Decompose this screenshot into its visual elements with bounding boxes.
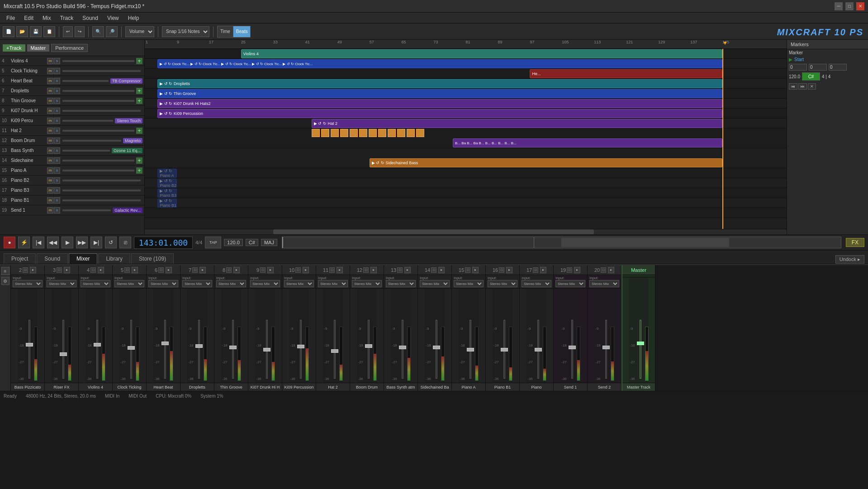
- fader-knob[interactable]: [637, 342, 644, 345]
- mute-button[interactable]: m: [47, 138, 53, 144]
- fader-knob[interactable]: [365, 344, 372, 348]
- ch-expand-btn[interactable]: ▸: [166, 267, 172, 273]
- save-as-button[interactable]: 📋: [43, 26, 55, 37]
- menu-sound[interactable]: Sound: [78, 14, 103, 22]
- mute-button[interactable]: m: [47, 197, 53, 204]
- marker-close-btn[interactable]: ✕: [808, 83, 816, 90]
- open-button[interactable]: 📂: [16, 26, 28, 37]
- solo-button[interactable]: s: [54, 177, 60, 184]
- fader-knob[interactable]: [263, 348, 270, 351]
- ch-expand-btn[interactable]: ▸: [337, 267, 343, 273]
- fader-knob[interactable]: [94, 343, 101, 347]
- mute-button[interactable]: m: [47, 98, 53, 104]
- ch-expand-btn[interactable]: ▸: [438, 267, 445, 273]
- save-button[interactable]: 💾: [30, 26, 42, 37]
- key-display[interactable]: C#: [246, 239, 258, 246]
- marker-btn-2[interactable]: ⏭: [798, 83, 807, 90]
- add-clip-button[interactable]: +: [136, 88, 142, 94]
- solo-button[interactable]: s: [54, 78, 60, 84]
- clip-thingroove[interactable]: ▶ ↺ ↻ Thin Groove: [157, 89, 722, 98]
- mute-button[interactable]: m: [47, 177, 53, 184]
- beats-button[interactable]: Beats: [233, 26, 251, 37]
- add-clip-button[interactable]: +: [136, 157, 142, 164]
- solo-button[interactable]: s: [54, 98, 60, 104]
- fader-knob[interactable]: [161, 342, 169, 345]
- menu-mix[interactable]: Mix: [38, 14, 56, 22]
- clip-sidechained-bass[interactable]: ▶ ↺ ↻ Sidechained Bass: [370, 158, 722, 167]
- solo-button[interactable]: s: [54, 187, 60, 194]
- clip-piano-a[interactable]: ▶ ↺ ↻ Piano A: [157, 169, 177, 178]
- solo-button[interactable]: s: [54, 128, 60, 134]
- add-clip-button[interactable]: +: [136, 128, 142, 134]
- fader-knob[interactable]: [331, 349, 338, 353]
- menu-help[interactable]: Help: [123, 14, 144, 22]
- ch-btn[interactable]: □: [499, 267, 504, 273]
- track-fader[interactable]: [62, 100, 134, 102]
- solo-button[interactable]: s: [54, 147, 60, 154]
- input-select[interactable]: Stereo Mix: [555, 280, 585, 287]
- input-select[interactable]: Stereo Mix: [114, 280, 144, 287]
- ch-expand-btn[interactable]: □: [90, 267, 96, 273]
- ch-btn[interactable]: □: [363, 267, 369, 273]
- ch-expand-btn[interactable]: ▸: [303, 267, 309, 273]
- ch-expand-btn[interactable]: ▸: [574, 267, 580, 273]
- clip-dropletts[interactable]: ▶ ↺ ↻ Dropletts: [157, 79, 722, 88]
- mute-button[interactable]: m: [47, 108, 53, 114]
- close-button[interactable]: ✕: [856, 2, 864, 10]
- ch-btn[interactable]: □: [260, 267, 266, 273]
- clip-piano-b1[interactable]: ▶ ↺ ↻ Piano B1: [157, 199, 177, 208]
- input-select[interactable]: Stereo Mix: [284, 280, 314, 287]
- track-fader[interactable]: [62, 60, 134, 62]
- redo-button[interactable]: ↪: [75, 26, 85, 37]
- new-button[interactable]: 📄: [3, 26, 14, 37]
- rewind-button[interactable]: ◀◀: [47, 237, 59, 248]
- solo-button[interactable]: s: [54, 157, 60, 164]
- mute-button[interactable]: m: [47, 78, 53, 84]
- ch-expand-btn[interactable]: ▸: [472, 267, 479, 273]
- scale-display[interactable]: MAJ: [261, 239, 277, 246]
- undo-button[interactable]: ↩: [63, 26, 73, 37]
- input-select[interactable]: Stereo Mix: [488, 280, 517, 287]
- ch-btn[interactable]: □: [158, 267, 164, 273]
- ch-btn[interactable]: □: [465, 267, 470, 273]
- solo-button[interactable]: s: [54, 197, 60, 204]
- fader-knob[interactable]: [60, 352, 67, 356]
- input-select[interactable]: Stereo Mix: [522, 280, 551, 287]
- input-select[interactable]: Stereo Mix: [182, 280, 212, 287]
- ch-expand-btn[interactable]: ▸: [370, 267, 377, 273]
- ch-expand-btn[interactable]: ▸: [199, 267, 206, 273]
- mute-button[interactable]: m: [47, 118, 53, 124]
- fader-knob[interactable]: [128, 346, 135, 350]
- input-select[interactable]: Stereo Mix: [454, 280, 484, 287]
- fast-forward-button[interactable]: ▶▶: [76, 237, 88, 248]
- solo-button[interactable]: s: [54, 88, 60, 94]
- ch-btn[interactable]: □: [397, 267, 403, 273]
- ch-expand2-btn[interactable]: ▸: [98, 267, 104, 273]
- clip-heartbeat[interactable]: He...: [530, 69, 722, 78]
- plugin-badge[interactable]: Magneto: [123, 138, 142, 143]
- fader-knob[interactable]: [229, 346, 237, 349]
- snap-select[interactable]: Snap 1/16 Notes: [162, 26, 209, 37]
- track-fader[interactable]: [62, 90, 134, 92]
- input-select[interactable]: Stereo Mix: [420, 280, 450, 287]
- ch-expand2-btn[interactable]: ▸: [30, 267, 36, 273]
- maximize-button[interactable]: □: [845, 2, 854, 10]
- ch-expand-btn[interactable]: □: [124, 267, 130, 273]
- ch-expand-btn[interactable]: ▸: [233, 267, 240, 273]
- clip-ki09[interactable]: ▶ ↺ ↻ Ki09 Percussion: [157, 109, 722, 118]
- mute-button[interactable]: m: [47, 157, 53, 164]
- mute-button[interactable]: m: [47, 88, 53, 94]
- ch-btn[interactable]: □: [329, 267, 335, 273]
- input-select[interactable]: Stereo Mix: [352, 280, 382, 287]
- undock-button[interactable]: Undock ▸: [835, 255, 864, 264]
- input-select[interactable]: Stereo Mix: [148, 280, 178, 287]
- track-fader[interactable]: [62, 199, 141, 201]
- tab-project[interactable]: Project: [4, 253, 36, 264]
- add-clip-button[interactable]: +: [136, 167, 142, 174]
- ch-expand2-btn[interactable]: ▸: [64, 267, 70, 273]
- mute-button[interactable]: m: [47, 147, 53, 154]
- ch-expand-btn[interactable]: □: [23, 267, 28, 273]
- ch-btn[interactable]: □: [192, 267, 198, 273]
- fader-knob[interactable]: [569, 346, 576, 349]
- pos-2-input[interactable]: [809, 64, 827, 71]
